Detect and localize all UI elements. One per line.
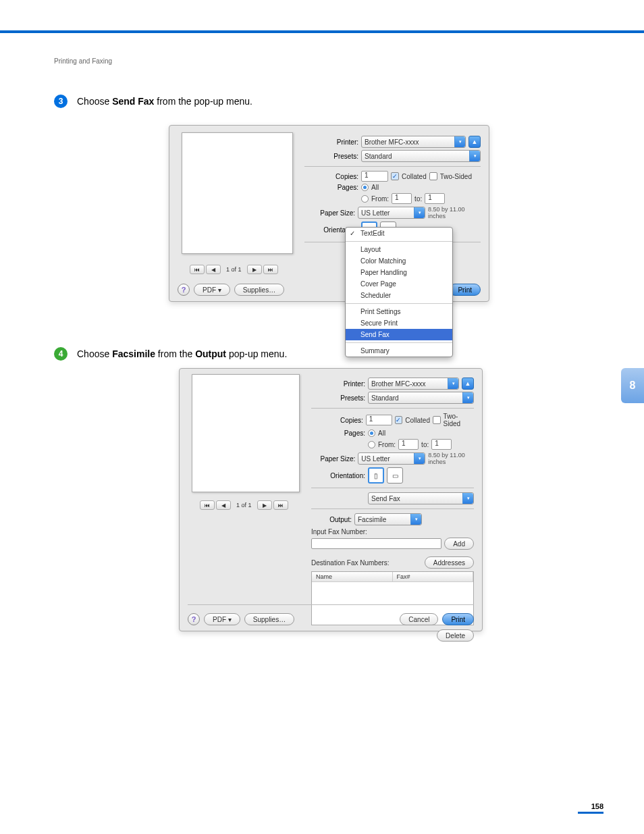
from-input[interactable]: 1 [398,439,419,450]
printer-status-icon[interactable]: ▲ [462,377,474,390]
supplies-button[interactable]: Supplies… [244,613,294,625]
pages-all-label: All [378,429,385,437]
add-button[interactable]: Add [444,538,474,550]
section-header: Printing and Faxing [54,57,112,65]
collated-checkbox[interactable]: ✓ [391,172,399,180]
step-3: 3 Choose Send Fax from the pop-up menu. [54,95,252,108]
output-label: Output: [311,516,352,523]
menu-paperhandling[interactable]: Paper Handling [346,267,452,278]
printer-select[interactable]: Brother MFC-xxxx [368,377,459,390]
from-label: From: [378,441,396,448]
copies-input[interactable]: 1 [366,415,392,425]
print-button[interactable]: Print [442,613,474,625]
pages-from-radio[interactable] [361,195,369,203]
step-number-4: 4 [54,347,68,361]
step4-post: pop-up menu. [226,348,287,359]
papersize-value: US Letter [361,455,390,463]
menu-textedit[interactable]: TextEdit [346,228,452,239]
print-dialog-2: ⏮ ◀ 1 of 1 ▶ ⏭ Printer: Brother MFC-xxxx… [179,368,483,631]
print-button[interactable]: Print [449,284,481,296]
copies-input[interactable]: 1 [361,171,388,182]
collated-checkbox[interactable]: ✓ [395,416,403,424]
page-counter: 1 of 1 [236,502,252,509]
output-value: Facsimile [358,516,386,523]
menu-printsettings[interactable]: Print Settings [346,306,452,317]
from-input[interactable]: 1 [392,193,412,204]
cancel-button[interactable]: Cancel [400,613,438,625]
menu-sendfax[interactable]: Send Fax [346,329,452,340]
presets-value: Standard [365,153,392,160]
collated-label: Collated [405,417,430,424]
first-page-icon[interactable]: ⏮ [200,500,215,510]
step4-mid: from the [155,348,195,359]
paper-dimensions: 8.50 by 11.00 inches [428,452,474,465]
preview-nav: ⏮ ◀ 1 of 1 ▶ ⏭ [200,500,288,510]
step-4: 4 Choose Facsimile from the Output pop-u… [54,347,287,361]
prev-page-icon[interactable]: ◀ [216,500,231,510]
next-page-icon[interactable]: ▶ [247,265,262,274]
to-label: to: [414,195,422,203]
to-input[interactable]: 1 [431,439,452,450]
presets-label: Presets: [304,153,358,160]
last-page-icon[interactable]: ⏭ [263,265,278,274]
printer-value: Brother MFC-xxxx [365,138,419,146]
papersize-value: US Letter [361,209,390,217]
help-button[interactable]: ? [188,613,200,625]
output-select[interactable]: Facsimile [354,513,422,525]
portrait-icon[interactable]: ▯ [368,467,384,484]
twosided-checkbox[interactable] [429,172,437,180]
presets-select[interactable]: Standard [361,150,481,162]
to-input[interactable]: 1 [425,193,445,204]
panel-select[interactable]: Send Fax [368,492,474,504]
menu-coverpage[interactable]: Cover Page [346,278,452,290]
pages-label: Pages: [311,429,365,437]
form-area: Printer: Brother MFC-xxxx ▲ Presets: Sta… [311,375,474,644]
collated-label: Collated [402,173,427,180]
papersize-select[interactable]: US Letter [358,452,425,465]
pages-from-radio[interactable] [368,441,375,448]
menu-secureprint[interactable]: Secure Print [346,317,452,329]
landscape-icon[interactable]: ▭ [387,467,403,484]
dialog-bottom-row: ? PDF ▾ Supplies… Cancel Print [188,613,474,625]
step4-bold2: Output [195,348,226,359]
printer-select[interactable]: Brother MFC-xxxx [361,136,466,148]
papersize-select[interactable]: US Letter [358,207,425,219]
printer-label: Printer: [304,138,358,146]
copies-label: Copies: [311,417,363,424]
delete-button[interactable]: Delete [437,629,474,642]
presets-value: Standard [371,394,399,402]
twosided-checkbox[interactable] [433,416,441,424]
presets-label: Presets: [311,394,365,402]
prev-page-icon[interactable]: ◀ [206,265,221,274]
page-number: 158 [578,802,603,814]
menu-layout[interactable]: Layout [346,244,452,255]
printer-status-icon[interactable]: ▲ [468,136,481,148]
pdf-button[interactable]: PDF ▾ [204,613,240,625]
copies-label: Copies: [304,173,358,180]
menu-colormatching[interactable]: Color Matching [346,255,452,267]
help-button[interactable]: ? [178,284,190,296]
step3-post: from the pop-up menu. [154,96,252,107]
twosided-label: Two-Sided [444,413,474,427]
inputfax-input[interactable] [311,538,441,549]
print-dialog-1: ⏮ ◀ 1 of 1 ▶ ⏭ Printer: Brother MFC-xxxx… [169,125,489,302]
menu-scheduler[interactable]: Scheduler [346,290,452,301]
pages-all-radio[interactable] [368,429,375,437]
next-page-icon[interactable]: ▶ [257,500,272,510]
step-number-3: 3 [54,95,68,108]
destfax-label: Destination Fax Numbers: [311,559,390,567]
addresses-button[interactable]: Addresses [425,556,474,569]
printer-label: Printer: [311,380,365,388]
pages-all-radio[interactable] [361,184,369,191]
first-page-icon[interactable]: ⏮ [190,265,205,274]
last-page-icon[interactable]: ⏭ [273,500,288,510]
presets-select[interactable]: Standard [368,392,474,404]
supplies-button[interactable]: Supplies… [234,284,284,296]
inputfax-label: Input Fax Number: [311,528,474,536]
paper-dimensions: 8.50 by 11.00 inches [428,206,481,219]
from-label: From: [371,195,389,203]
printer-value: Brother MFC-xxxx [371,380,426,388]
menu-summary[interactable]: Summary [346,345,452,357]
pdf-button[interactable]: PDF ▾ [194,284,230,296]
panel-popup-menu[interactable]: TextEdit Layout Color Matching Paper Han… [345,227,453,357]
